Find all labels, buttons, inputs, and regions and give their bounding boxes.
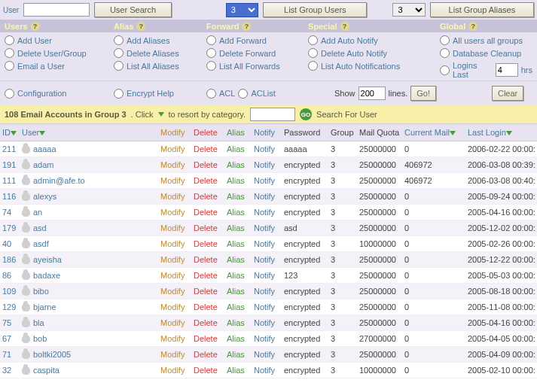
delete-link[interactable]: Delete bbox=[194, 302, 218, 311]
go-icon[interactable]: GO bbox=[300, 108, 312, 120]
alias-link[interactable]: Alias bbox=[227, 318, 245, 327]
logins-last-hrs-input[interactable] bbox=[496, 63, 518, 77]
sort-down-icon[interactable] bbox=[39, 131, 45, 135]
user-link[interactable]: caspita bbox=[33, 366, 59, 375]
user-link[interactable]: ayeisha bbox=[33, 255, 62, 264]
alias-link[interactable]: Alias bbox=[227, 208, 245, 217]
notify-link[interactable]: Notify bbox=[254, 239, 275, 248]
add-forward-action[interactable]: Add Forward bbox=[206, 35, 308, 45]
modify-link[interactable]: Modify bbox=[160, 223, 185, 232]
delete-link[interactable]: Delete bbox=[194, 366, 218, 375]
alias-link[interactable]: Alias bbox=[227, 302, 245, 311]
col-id[interactable]: ID bbox=[2, 128, 11, 137]
modify-link[interactable]: Modify bbox=[160, 239, 185, 248]
alias-link[interactable]: Alias bbox=[227, 192, 245, 201]
user-link[interactable]: adam bbox=[33, 160, 54, 169]
delete-link[interactable]: Delete bbox=[194, 255, 218, 264]
alias-link[interactable]: Alias bbox=[227, 255, 245, 264]
go-button[interactable]: Go! bbox=[410, 86, 436, 101]
user-link[interactable]: asdf bbox=[33, 239, 49, 248]
delete-link[interactable]: Delete bbox=[194, 223, 218, 232]
user-link[interactable]: bibo bbox=[33, 287, 49, 296]
delete-auto-notify-action[interactable]: Delete Auto Notify bbox=[308, 48, 440, 58]
delete-link[interactable]: Delete bbox=[194, 192, 218, 201]
user-link[interactable]: admin@afe.to bbox=[33, 176, 85, 185]
alias-link[interactable]: Alias bbox=[227, 176, 245, 185]
search-user-input[interactable] bbox=[250, 108, 295, 121]
sort-down-icon[interactable] bbox=[11, 131, 17, 135]
email-user-action[interactable]: Email a User bbox=[5, 61, 114, 71]
modify-link[interactable]: Modify bbox=[160, 208, 185, 217]
modify-link[interactable]: Modify bbox=[160, 271, 185, 280]
user-link[interactable]: asd bbox=[33, 223, 47, 232]
alias-link[interactable]: Alias bbox=[227, 223, 245, 232]
modify-link[interactable]: Modify bbox=[160, 334, 185, 343]
col-user[interactable]: User bbox=[22, 128, 39, 137]
help-icon[interactable]: ? bbox=[242, 22, 251, 31]
logins-last-action[interactable]: Logins Lasthrs bbox=[440, 61, 532, 79]
user-search-button[interactable]: User Search bbox=[94, 2, 172, 17]
user-link[interactable]: an bbox=[33, 208, 42, 217]
user-link[interactable]: badaxe bbox=[33, 271, 60, 280]
add-aliases-action[interactable]: Add Aliases bbox=[114, 35, 206, 45]
list-all-forwards-action[interactable]: List All Forwards bbox=[206, 61, 308, 71]
help-icon[interactable]: ? bbox=[468, 22, 478, 31]
database-cleanup-action[interactable]: Database Cleanup bbox=[440, 48, 532, 58]
delete-user-group-action[interactable]: Delete User/Group bbox=[5, 48, 114, 58]
notify-link[interactable]: Notify bbox=[254, 334, 275, 343]
user-link[interactable]: alexys bbox=[33, 192, 56, 201]
col-last-login[interactable]: Last Login bbox=[468, 128, 506, 137]
user-link[interactable]: bob bbox=[33, 334, 47, 343]
all-users-all-groups-action[interactable]: All users all groups bbox=[440, 35, 532, 45]
help-icon[interactable]: ? bbox=[136, 22, 145, 31]
notify-link[interactable]: Notify bbox=[254, 192, 275, 201]
notify-link[interactable]: Notify bbox=[254, 350, 275, 359]
col-current-mail[interactable]: Current Mail bbox=[404, 128, 450, 137]
alias-link[interactable]: Alias bbox=[227, 144, 245, 153]
help-icon[interactable]: ? bbox=[31, 22, 40, 31]
modify-link[interactable]: Modify bbox=[160, 350, 185, 359]
list-group-aliases-button[interactable]: List Group Aliases bbox=[430, 2, 534, 17]
search-for-user-link[interactable]: Search For User bbox=[316, 110, 377, 119]
notify-link[interactable]: Notify bbox=[254, 160, 275, 169]
delete-link[interactable]: Delete bbox=[194, 350, 218, 359]
user-input[interactable] bbox=[23, 3, 90, 17]
list-group-users-button[interactable]: List Group Users bbox=[263, 2, 367, 17]
modify-link[interactable]: Modify bbox=[160, 302, 185, 311]
alias-group-select[interactable]: 3 bbox=[392, 3, 425, 17]
alias-link[interactable]: Alias bbox=[227, 239, 245, 248]
encrypt-help-action[interactable]: Encrypt Help bbox=[114, 89, 174, 99]
notify-link[interactable]: Notify bbox=[254, 318, 275, 327]
user-link[interactable]: aaaaa bbox=[33, 144, 56, 153]
delete-link[interactable]: Delete bbox=[194, 318, 218, 327]
notify-link[interactable]: Notify bbox=[254, 144, 275, 153]
group-select[interactable]: 3 bbox=[226, 3, 258, 17]
aclist-action[interactable]: ACList bbox=[238, 89, 275, 99]
modify-link[interactable]: Modify bbox=[160, 176, 185, 185]
notify-link[interactable]: Notify bbox=[254, 255, 275, 264]
delete-link[interactable]: Delete bbox=[194, 334, 218, 343]
user-link[interactable]: bjarne bbox=[33, 302, 56, 311]
delete-link[interactable]: Delete bbox=[194, 239, 218, 248]
delete-link[interactable]: Delete bbox=[194, 287, 218, 296]
delete-aliases-action[interactable]: Delete Aliases bbox=[114, 48, 206, 58]
notify-link[interactable]: Notify bbox=[254, 223, 275, 232]
notify-link[interactable]: Notify bbox=[254, 176, 275, 185]
delete-link[interactable]: Delete bbox=[194, 271, 218, 280]
add-user-action[interactable]: Add User bbox=[5, 35, 114, 45]
delete-link[interactable]: Delete bbox=[194, 208, 218, 217]
add-auto-notify-action[interactable]: Add Auto Notify bbox=[308, 35, 440, 45]
notify-link[interactable]: Notify bbox=[254, 302, 275, 311]
modify-link[interactable]: Modify bbox=[160, 287, 185, 296]
delete-link[interactable]: Delete bbox=[194, 144, 218, 153]
alias-link[interactable]: Alias bbox=[227, 271, 245, 280]
sort-down-icon[interactable] bbox=[506, 131, 512, 135]
alias-link[interactable]: Alias bbox=[227, 334, 245, 343]
modify-link[interactable]: Modify bbox=[160, 366, 185, 375]
notify-link[interactable]: Notify bbox=[254, 287, 275, 296]
help-icon[interactable]: ? bbox=[340, 22, 349, 31]
notify-link[interactable]: Notify bbox=[254, 366, 275, 375]
delete-forward-action[interactable]: Delete Forward bbox=[206, 48, 308, 58]
delete-link[interactable]: Delete bbox=[194, 160, 218, 169]
alias-link[interactable]: Alias bbox=[227, 160, 245, 169]
